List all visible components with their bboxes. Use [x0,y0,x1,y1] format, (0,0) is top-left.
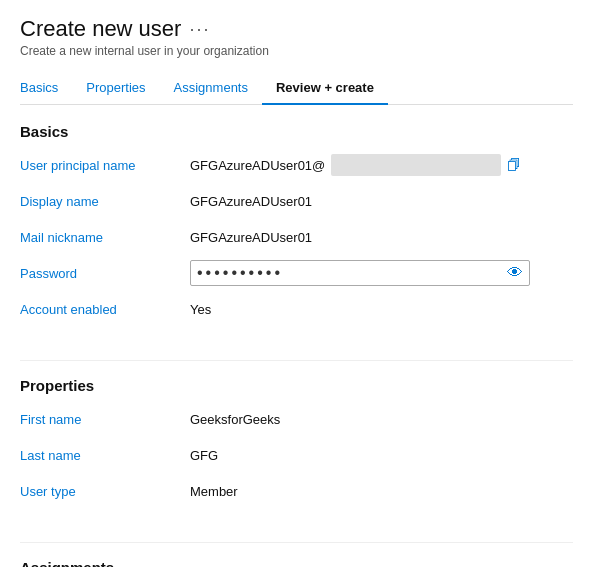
section-divider-2 [20,542,573,543]
first-name-value: GeeksforGeeks [190,412,573,427]
user-type-label: User type [20,484,190,499]
copy-icon[interactable]: 🗍 [507,157,521,173]
last-name-label: Last name [20,448,190,463]
display-name-row: Display name GFGAzureADUser01 [20,188,573,214]
properties-section-title: Properties [20,377,573,394]
display-name-label: Display name [20,194,190,209]
password-row: Password •••••••••• 👁 [20,260,573,286]
last-name-value: GFG [190,448,573,463]
last-name-row: Last name GFG [20,442,573,468]
display-name-value: GFGAzureADUser01 [190,194,573,209]
upn-domain [331,154,501,176]
mail-nickname-label: Mail nickname [20,230,190,245]
mail-nickname-row: Mail nickname GFGAzureADUser01 [20,224,573,250]
page-title: Create new user ··· [20,16,210,42]
mail-nickname-value: GFGAzureADUser01 [190,230,573,245]
upn-prefix: GFGAzureADUser01@ [190,158,325,173]
assignments-section-title: Assignments [20,559,573,567]
password-field[interactable]: •••••••••• 👁 [190,260,530,286]
account-enabled-label: Account enabled [20,302,190,317]
tab-assignments[interactable]: Assignments [160,72,262,105]
upn-value-row: GFGAzureADUser01@ 🗍 [190,154,521,176]
section-divider-1 [20,360,573,361]
page-title-text: Create new user [20,16,181,42]
first-name-row: First name GeeksforGeeks [20,406,573,432]
password-value: •••••••••• [197,264,507,282]
tab-review-create[interactable]: Review + create [262,72,388,105]
account-enabled-value: Yes [190,302,573,317]
basics-section: Basics User principal name GFGAzureADUse… [20,123,573,332]
password-label: Password [20,266,190,281]
assignments-section: Assignments [20,559,573,567]
page-subtitle: Create a new internal user in your organ… [20,44,573,58]
tab-basics[interactable]: Basics [20,72,72,105]
more-options-icon[interactable]: ··· [189,19,210,40]
properties-section: Properties First name GeeksforGeeks Last… [20,377,573,514]
tab-properties[interactable]: Properties [72,72,159,105]
tab-bar: Basics Properties Assignments Review + c… [20,72,573,105]
account-enabled-row: Account enabled Yes [20,296,573,322]
upn-row: User principal name GFGAzureADUser01@ 🗍 [20,152,573,178]
first-name-label: First name [20,412,190,427]
upn-label: User principal name [20,158,190,173]
user-type-value: Member [190,484,573,499]
show-password-icon[interactable]: 👁 [507,264,523,282]
user-type-row: User type Member [20,478,573,504]
page-wrapper: Create new user ··· Create a new interna… [0,0,593,567]
basics-section-title: Basics [20,123,573,140]
